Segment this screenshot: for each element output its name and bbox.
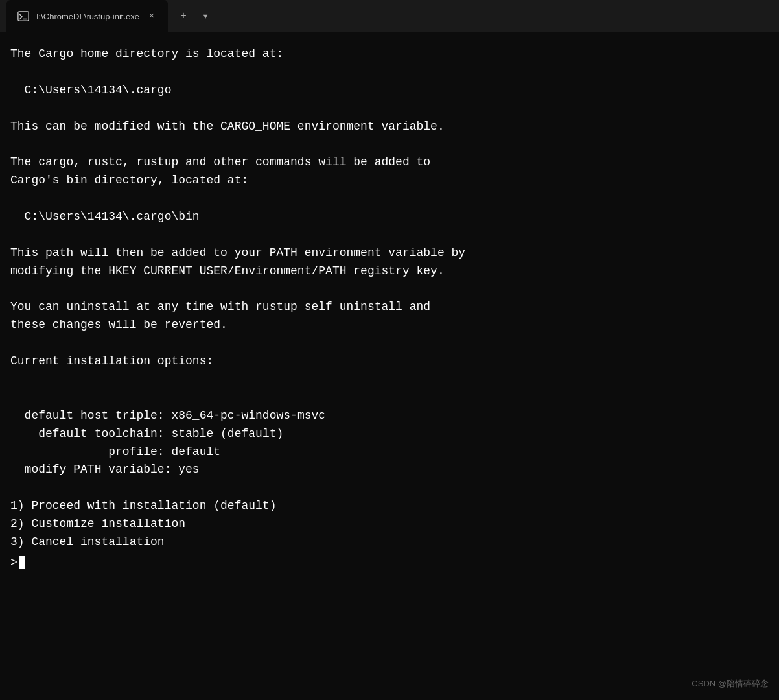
terminal-output: The Cargo home directory is located at: … [10,45,769,552]
new-tab-button[interactable]: + [173,6,194,27]
terminal-window: I:\ChromeDL\rustup-init.exe × + ▾ The Ca… [0,0,779,700]
terminal-content[interactable]: The Cargo home directory is located at: … [0,32,779,700]
prompt-char: > [10,554,17,572]
prompt-line: > [10,554,769,572]
dropdown-button[interactable]: ▾ [195,6,216,27]
watermark: CSDN @陪情碎碎念 [692,677,769,690]
title-bar-controls: + ▾ [173,6,216,27]
terminal-icon [17,10,30,23]
cursor [19,556,25,569]
tab-title: I:\ChromeDL\rustup-init.exe [36,12,139,21]
active-tab[interactable]: I:\ChromeDL\rustup-init.exe × [6,0,168,32]
close-tab-button[interactable]: × [146,10,157,22]
title-bar: I:\ChromeDL\rustup-init.exe × + ▾ [0,0,779,32]
